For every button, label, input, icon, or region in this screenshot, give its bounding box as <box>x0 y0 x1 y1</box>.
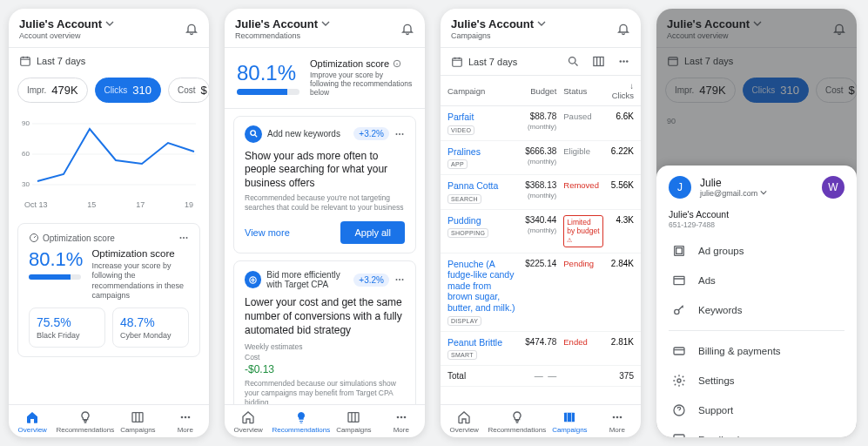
other-account-avatar[interactable]: W <box>822 176 844 199</box>
menu-support[interactable]: Support <box>669 395 844 425</box>
menu-feedback[interactable]: Feedback <box>669 425 844 437</box>
status-cell: Removed <box>560 175 607 210</box>
svg-rect-25 <box>348 413 359 422</box>
budget-cell: $368.13(monthly) <box>521 175 560 210</box>
apply-all-button[interactable]: Apply all <box>340 221 405 244</box>
svg-point-23 <box>399 279 400 280</box>
more-icon[interactable] <box>394 274 405 285</box>
nav-more[interactable]: More <box>378 410 425 434</box>
account-block[interactable]: Julie's Account 651-129-7488 <box>669 209 844 229</box>
clicks-cell: 5.56K <box>607 175 641 210</box>
table-row[interactable]: Pralines APP $666.38(monthly) Eligible 6… <box>441 140 641 175</box>
more-icon[interactable] <box>394 129 405 139</box>
more-icon[interactable] <box>178 233 189 243</box>
campaign-name[interactable]: Penuche (A fudge-like candy made from br… <box>447 259 518 314</box>
table-row[interactable]: Penuche (A fudge-like candy made from br… <box>441 253 641 331</box>
notifications-icon[interactable] <box>185 22 198 36</box>
campaign-name[interactable]: Peanut Brittle <box>447 337 518 348</box>
campaign-type-badge: VIDEO <box>447 125 474 135</box>
nav-overview[interactable]: Overview <box>225 410 272 434</box>
account-name: Julie's Account <box>19 17 102 30</box>
campaign-type-badge: SEARCH <box>447 194 481 204</box>
trend-chart: 90 60 30 Oct 13 15 17 19 <box>17 112 200 218</box>
col-campaign[interactable]: Campaign <box>441 76 521 106</box>
campaign-name[interactable]: Pralines <box>447 146 518 158</box>
pill-impressions[interactable]: Impr. 479K <box>17 78 88 103</box>
svg-rect-41 <box>676 248 683 254</box>
budget-cell: $666.38(monthly) <box>521 140 560 175</box>
svg-rect-31 <box>594 57 603 66</box>
notifications-icon[interactable] <box>616 22 630 36</box>
clicks-cell: 2.84K <box>607 253 641 331</box>
campaign-name[interactable]: Panna Cotta <box>447 180 518 192</box>
table-row[interactable]: Panna Cotta SEARCH $368.13(monthly) Remo… <box>441 175 641 210</box>
date-range-picker[interactable]: Last 7 days <box>451 56 517 68</box>
avatar[interactable]: J <box>669 176 691 199</box>
campaign-card-1[interactable]: 75.5% Black Friday <box>29 307 105 348</box>
lightbulb-icon <box>78 410 92 424</box>
status-cell: Eligible <box>560 140 607 175</box>
recommendation-card-target-cpa: Bid more efficiently with Target CPA +3.… <box>233 260 416 404</box>
svg-point-34 <box>626 60 629 63</box>
account-switcher[interactable]: Julie's Account Recommendations <box>235 17 330 40</box>
uplift-chip: +3.2% <box>353 274 389 287</box>
svg-point-37 <box>616 416 618 419</box>
nav-more[interactable]: More <box>162 410 209 434</box>
campaigns-toolbar: Last 7 days <box>441 48 641 75</box>
menu-ad-groups[interactable]: Ad groups <box>669 236 844 266</box>
screen-more-drawer: Julie's Account Account overview Last 7 … <box>656 9 857 437</box>
svg-rect-29 <box>453 57 462 65</box>
metric-pills: Impr. 479K Clicks 310 Cost $ <box>9 74 209 112</box>
nav-more[interactable]: More <box>594 410 641 434</box>
table-row[interactable]: Parfait VIDEO $88.78(monthly) Paused 6.6… <box>441 106 641 141</box>
menu-ads[interactable]: Ads <box>669 266 844 295</box>
col-clicks[interactable]: ↓ Clicks <box>607 76 641 106</box>
screen-recommendations: Julie's Account Recommendations 80.1% Op… <box>225 9 425 437</box>
table-row[interactable]: Pudding SHOPPING $340.44(monthly) Limite… <box>441 209 641 253</box>
search-icon[interactable] <box>567 55 580 68</box>
pill-cost[interactable]: Cost $ <box>168 78 209 103</box>
svg-point-30 <box>569 57 576 64</box>
nav-recommendations[interactable]: Recommendations <box>56 410 114 434</box>
hero-score: 80.1% <box>237 61 299 85</box>
nav-overview[interactable]: Overview <box>441 410 488 434</box>
gear-icon <box>672 374 686 388</box>
help-icon <box>672 403 686 417</box>
menu-keywords[interactable]: Keywords <box>669 295 844 325</box>
table-row[interactable]: Peanut Brittle SMART $474.78 Ended 2.81K <box>441 331 641 366</box>
campaign-card-2[interactable]: 48.7% Cyber Monday <box>112 307 189 348</box>
campaign-name[interactable]: Pudding <box>447 215 518 226</box>
status-cell: Ended <box>560 331 607 366</box>
notifications-icon[interactable] <box>400 22 414 36</box>
user-email-dropdown[interactable]: julie@gmail.com <box>700 189 767 198</box>
campaign-name[interactable]: Parfait <box>447 112 518 123</box>
svg-point-21 <box>252 279 254 281</box>
nav-recommendations[interactable]: Recommendations <box>272 410 330 434</box>
campaign-type-badge: APP <box>447 159 468 169</box>
screen-campaigns: Julie's Account Campaigns Last 7 days Ca… <box>441 9 641 437</box>
nav-campaigns[interactable]: Campaigns <box>114 410 161 434</box>
table-header: Campaign Budget Status ↓ Clicks <box>441 76 641 106</box>
more-icon[interactable] <box>617 55 630 68</box>
col-status[interactable]: Status <box>560 76 607 106</box>
info-icon[interactable] <box>393 59 401 68</box>
nav-campaigns[interactable]: Campaigns <box>330 410 377 434</box>
menu-billing[interactable]: Billing & payments <box>669 336 844 366</box>
header: Julie's Account Campaigns <box>441 9 641 47</box>
view-more-link[interactable]: View more <box>245 227 290 238</box>
col-budget[interactable]: Budget <box>521 76 560 106</box>
pill-clicks[interactable]: Clicks 310 <box>95 78 161 103</box>
screen-overview: Julie's Account Account overview Last 7 … <box>9 9 209 437</box>
account-switcher[interactable]: Julie's Account Campaigns <box>451 17 546 40</box>
svg-point-10 <box>186 237 188 239</box>
nav-campaigns[interactable]: Campaigns <box>546 410 593 434</box>
chevron-down-icon <box>321 19 330 28</box>
account-switcher[interactable]: Julie's Account Account overview <box>19 17 114 40</box>
columns-icon[interactable] <box>592 55 605 68</box>
page-subtitle: Campaigns <box>451 31 546 40</box>
menu-settings[interactable]: Settings <box>669 366 844 395</box>
nav-recommendations[interactable]: Recommendations <box>488 410 546 434</box>
nav-overview[interactable]: Overview <box>9 410 56 434</box>
date-range-picker[interactable]: Last 7 days <box>9 48 209 74</box>
ads-icon <box>672 274 686 287</box>
